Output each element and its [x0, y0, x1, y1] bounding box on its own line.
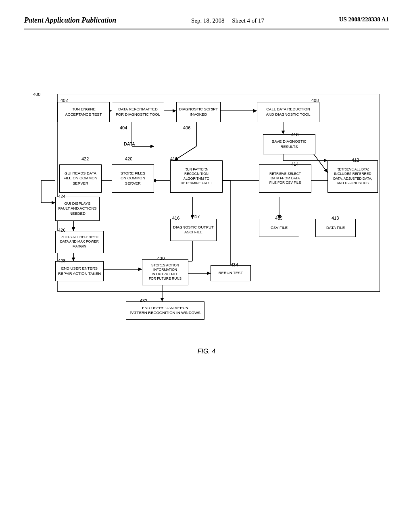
- ref-432: 432: [140, 298, 147, 303]
- ref-428: 428: [58, 258, 65, 263]
- patent-number: US 2008/228338 A1: [339, 16, 389, 23]
- box-416: DIAGNOSTIC OUTPUT ASCI FILE: [170, 219, 217, 241]
- box-413: DATA FILE: [315, 219, 356, 237]
- page: Patent Application Publication Sep. 18, …: [0, 0, 413, 532]
- ref-422: 422: [81, 156, 89, 161]
- box-404: DATA REFORMATTED FOR DIAGNOSTIC TOOL: [112, 102, 164, 122]
- ref-402: 402: [60, 98, 68, 103]
- ref-420: 420: [125, 156, 132, 161]
- box-432: END USERS CAN RERUN PATTERN RECOGNITION …: [126, 301, 204, 320]
- box-426: PLOTS ALL REFERRED DATA AND MAX POWER MA…: [55, 231, 104, 253]
- ref-404: 404: [120, 125, 127, 130]
- figure-label: FIG. 4: [198, 348, 215, 355]
- publication-date: Sep. 18, 2008: [191, 17, 225, 24]
- ref-415: 415: [275, 216, 282, 220]
- ref-413: 413: [332, 216, 339, 220]
- box-415: CSV FILE: [259, 219, 299, 237]
- ref-424: 424: [58, 194, 65, 199]
- box-414: RETRIEVE SELECT DATA FROM DATA FILE FOR …: [259, 164, 311, 193]
- box-418: RUN PATTERN RECOGNITION ALGORITHM TO DET…: [170, 160, 223, 193]
- ref-408: 408: [311, 98, 319, 103]
- ref-430: 430: [157, 256, 165, 261]
- diagram: 400 RUN ENGINE ACCEPTANCE TEST 402 DATA …: [33, 94, 380, 344]
- box-420: STORE FILES ON COMMON SERVER: [112, 164, 154, 193]
- ref-406: 406: [183, 125, 190, 130]
- figure-container: 400 RUN ENGINE ACCEPTANCE TEST 402 DATA …: [24, 94, 389, 355]
- box-434: RERUN TEST: [211, 265, 251, 281]
- box-422: GUI READS DATA FILE ON COMMON SERVER: [59, 164, 102, 193]
- header-center: Sep. 18, 2008 Sheet 4 of 17: [191, 16, 264, 25]
- box-430: STORES ACTION INFORMATION IN OUTPUT FILE…: [142, 259, 188, 285]
- box-424: GUI DISPLAYS FAULT AND ACTIONS NEEDED: [55, 197, 100, 221]
- box-406: DIAGNOSTIC SCRIPT INVOKED: [176, 102, 221, 122]
- ref-418: 418: [170, 156, 177, 161]
- ref-410: 410: [291, 132, 298, 137]
- svg-rect-29: [57, 94, 380, 291]
- box-410: SAVE DIAGNOSTIC RESULTS: [263, 134, 315, 154]
- ref-426: 426: [58, 228, 65, 233]
- ref-414: 414: [291, 162, 298, 166]
- box-412: RETRIEVE ALL DTA: INCLUDES REFERRED DATA…: [327, 160, 378, 193]
- sheet-info: Sheet 4 of 17: [232, 17, 264, 24]
- data-label: DATA: [124, 141, 135, 146]
- box-428: END USER ENTERS REPAIR ACTION TAKEN: [55, 261, 104, 281]
- ref-400: 400: [33, 92, 40, 97]
- ref-412: 412: [352, 158, 359, 162]
- ref-434: 434: [231, 262, 238, 267]
- ref-417: 417: [192, 214, 200, 219]
- box-402: RUN ENGINE ACCEPTANCE TEST: [57, 102, 110, 122]
- ref-416: 416: [172, 216, 179, 220]
- page-header: Patent Application Publication Sep. 18, …: [24, 16, 389, 29]
- box-408: CALL DATA REDUCTION AND DIAGNOSTIC TOOL: [257, 102, 319, 122]
- publication-title: Patent Application Publication: [24, 16, 116, 25]
